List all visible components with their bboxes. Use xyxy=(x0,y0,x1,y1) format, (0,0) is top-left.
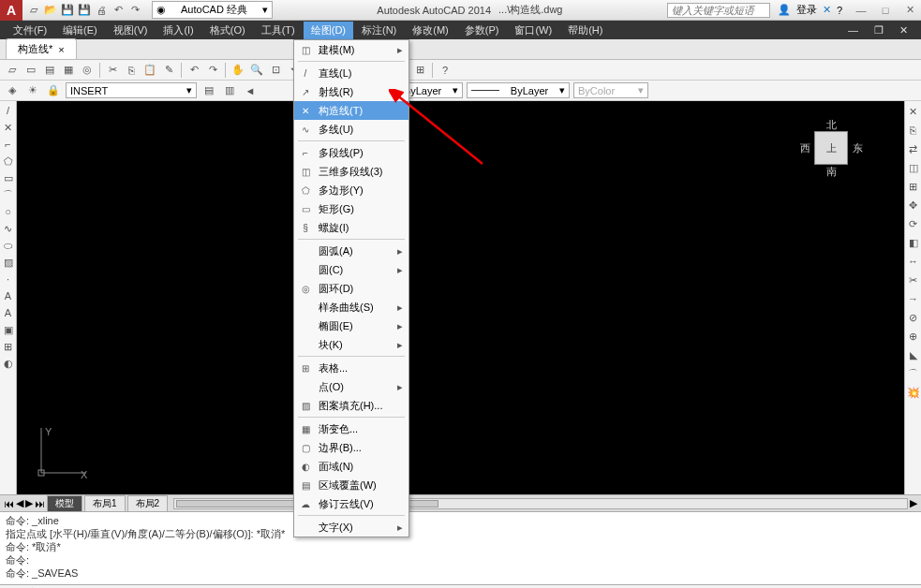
close-tab-icon[interactable]: × xyxy=(58,44,64,55)
close-button[interactable]: ✕ xyxy=(899,2,921,19)
plot-icon[interactable]: 🖨 xyxy=(94,3,109,18)
plot-icon[interactable]: ▦ xyxy=(60,62,77,79)
join-icon[interactable]: ⊕ xyxy=(905,328,922,345)
erase-icon[interactable]: ✕ xyxy=(905,103,922,120)
menu-item[interactable]: ◫建模(M)▸ xyxy=(294,40,409,59)
menu-item[interactable]: ✕构造线(T) xyxy=(294,101,409,120)
line-icon[interactable]: / xyxy=(1,103,16,118)
menu-item[interactable]: ▤区域覆盖(W) xyxy=(294,476,409,494)
open-icon[interactable]: ▭ xyxy=(22,62,39,79)
save-icon[interactable]: 💾 xyxy=(60,3,75,18)
open-icon[interactable]: 📂 xyxy=(43,3,58,18)
trim-icon[interactable]: ✂ xyxy=(905,272,922,288)
menu-item[interactable]: ◫三维多段线(3) xyxy=(294,162,409,181)
rectangle-icon[interactable]: ▭ xyxy=(1,170,16,185)
doc-close-icon[interactable]: ✕ xyxy=(892,22,915,38)
person-icon[interactable]: 👤 xyxy=(778,4,791,16)
menu-insert[interactable]: 插入(I) xyxy=(156,22,201,39)
menu-item[interactable]: ↗射线(R) xyxy=(294,82,409,101)
undo-icon[interactable]: ↶ xyxy=(111,3,126,18)
menu-dimension[interactable]: 标注(N) xyxy=(354,22,404,39)
mirror-icon[interactable]: ⇄ xyxy=(905,140,922,157)
layer-icon[interactable]: ◈ xyxy=(4,82,21,99)
menu-item[interactable]: ∿多线(U) xyxy=(294,120,409,139)
tab-nav-next-icon[interactable]: ▶ xyxy=(25,497,33,509)
horizontal-scrollbar[interactable] xyxy=(173,498,908,509)
menu-item[interactable]: §螺旋(I) xyxy=(294,218,409,237)
region-icon[interactable]: ◐ xyxy=(1,356,16,371)
menu-item[interactable]: ◎圆环(D) xyxy=(294,279,409,298)
workspace-selector[interactable]: ◉ AutoCAD 经典 ▾ xyxy=(152,1,273,19)
menu-tools[interactable]: 工具(T) xyxy=(254,22,303,39)
menu-modify[interactable]: 修改(M) xyxy=(405,22,456,39)
block-icon[interactable]: ▣ xyxy=(1,322,16,337)
menu-item[interactable]: ▭矩形(G) xyxy=(294,199,409,218)
document-tab[interactable]: 构造线* × xyxy=(6,38,77,59)
hatch-icon[interactable]: ▨ xyxy=(1,255,16,270)
copy-obj-icon[interactable]: ⎘ xyxy=(905,122,922,139)
layer-state-icon[interactable]: ▥ xyxy=(221,82,238,99)
command-input-row[interactable]: ▸_ 键入命令 xyxy=(0,584,921,588)
search-input[interactable] xyxy=(667,3,770,18)
zoom-icon[interactable]: 🔍 xyxy=(248,62,265,79)
layer-combo[interactable]: INSERT ▾ xyxy=(66,82,197,98)
save-icon[interactable]: ▤ xyxy=(41,62,58,79)
break-icon[interactable]: ⊘ xyxy=(905,309,922,326)
menu-edit[interactable]: 编辑(E) xyxy=(55,22,105,39)
scale-icon[interactable]: ◧ xyxy=(905,234,922,251)
polyline-icon[interactable]: ⌐ xyxy=(1,137,16,152)
viewcube[interactable]: 北 西 上 东 南 xyxy=(795,118,867,178)
redo-icon[interactable]: ↷ xyxy=(204,62,221,79)
menu-item[interactable]: ☁修订云线(V) xyxy=(294,494,409,513)
copy-icon[interactable]: ⎘ xyxy=(123,62,140,79)
tab-nav-first-icon[interactable]: ⏮ xyxy=(4,498,14,509)
tab-layout2[interactable]: 布局2 xyxy=(127,495,169,512)
xline-icon[interactable]: ✕ xyxy=(1,120,16,135)
table-icon[interactable]: ⊞ xyxy=(1,339,16,354)
maximize-button[interactable]: □ xyxy=(874,2,897,19)
menu-item[interactable]: ▨图案填充(H)... xyxy=(294,396,409,415)
doc-minimize-icon[interactable]: — xyxy=(840,22,866,37)
point-icon[interactable]: · xyxy=(1,272,16,287)
menu-item[interactable]: ⬠多边形(Y) xyxy=(294,181,409,199)
menu-item[interactable]: ◐面域(N) xyxy=(294,457,409,476)
app-logo[interactable]: A xyxy=(0,0,22,21)
tab-layout1[interactable]: 布局1 xyxy=(84,495,126,512)
menu-window[interactable]: 窗口(W) xyxy=(507,22,559,39)
menu-parametric[interactable]: 参数(P) xyxy=(457,22,507,39)
menu-item[interactable]: 样条曲线(S)▸ xyxy=(294,298,409,316)
menu-item[interactable]: 文字(X)▸ xyxy=(294,518,409,537)
offset-icon[interactable]: ◫ xyxy=(905,159,922,176)
spline-icon[interactable]: ∿ xyxy=(1,221,16,236)
color-combo[interactable]: ByColor▾ xyxy=(573,82,648,98)
menu-item[interactable]: ▢边界(B)... xyxy=(294,438,409,457)
menu-item[interactable]: 圆(C)▸ xyxy=(294,260,409,279)
layer-prev-icon[interactable]: ◄ xyxy=(242,82,259,99)
rotate-icon[interactable]: ⟳ xyxy=(905,215,922,232)
new-icon[interactable]: ▱ xyxy=(4,62,21,79)
help-icon[interactable]: ? xyxy=(837,5,842,16)
tab-model[interactable]: 模型 xyxy=(47,495,82,512)
match-icon[interactable]: ✎ xyxy=(160,62,177,79)
menu-format[interactable]: 格式(O) xyxy=(202,22,253,39)
text-icon[interactable]: A xyxy=(1,288,16,303)
menu-help[interactable]: 帮助(H) xyxy=(560,22,610,39)
pan-icon[interactable]: ✋ xyxy=(230,62,246,79)
new-icon[interactable]: ▱ xyxy=(26,3,41,18)
polygon-icon[interactable]: ⬠ xyxy=(1,154,16,169)
explode-icon[interactable]: 💥 xyxy=(905,384,922,401)
scroll-right-icon[interactable]: ▶ xyxy=(910,497,917,509)
mtext-icon[interactable]: A xyxy=(1,305,16,320)
menu-item[interactable]: 点(O)▸ xyxy=(294,377,409,396)
redo-icon[interactable]: ↷ xyxy=(127,3,142,18)
layer-props-icon[interactable]: ▤ xyxy=(201,82,217,99)
menu-view[interactable]: 视图(V) xyxy=(106,22,156,39)
doc-restore-icon[interactable]: ❐ xyxy=(867,22,891,38)
tab-nav-last-icon[interactable]: ⏭ xyxy=(35,498,45,509)
exchange-icon[interactable]: ✕ xyxy=(823,4,831,16)
ellipse-icon[interactable]: ⬭ xyxy=(1,238,16,253)
preview-icon[interactable]: ◎ xyxy=(79,62,96,79)
lineweight-combo[interactable]: ByLayer▾ xyxy=(467,82,570,98)
minimize-button[interactable]: — xyxy=(850,2,872,19)
menu-item[interactable]: 圆弧(A)▸ xyxy=(294,242,409,260)
